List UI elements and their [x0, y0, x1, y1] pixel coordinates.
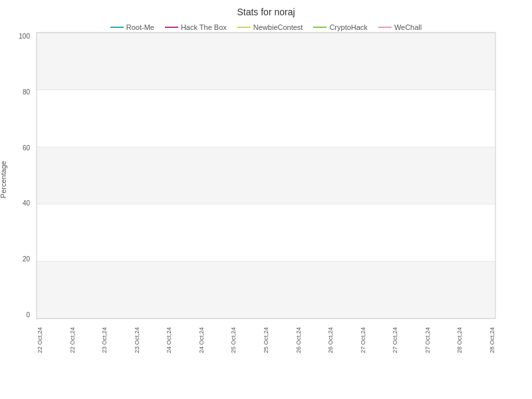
- x-axis-label: 25 Oct,24: [263, 320, 269, 353]
- legend-item: CryptoHack: [313, 23, 367, 31]
- chart-container: Stats for noraj Root-MeHack The BoxNewbi…: [0, 0, 532, 399]
- x-axis-label: 27 Oct,24: [424, 320, 431, 353]
- x-labels: 22 Oct,2422 Oct,2423 Oct,2423 Oct,2424 O…: [37, 320, 495, 353]
- chart-area: Percentage 100806040200 22 Oct,2422 Oct,…: [37, 33, 495, 319]
- svg-rect-1: [37, 90, 495, 147]
- x-axis-label: 26 Oct,24: [327, 320, 334, 353]
- svg-rect-2: [37, 147, 495, 204]
- svg-rect-4: [37, 261, 495, 319]
- x-axis-label: 22 Oct,24: [37, 320, 43, 353]
- y-axis-tick: 100: [7, 33, 30, 40]
- x-axis-label: 27 Oct,24: [360, 320, 366, 353]
- legend-item: NewbieContest: [237, 23, 303, 31]
- legend-item: WeChall: [378, 23, 422, 31]
- svg-rect-0: [37, 33, 495, 90]
- legend: Root-MeHack The BoxNewbieContestCryptoHa…: [0, 21, 532, 33]
- x-axis-label: 27 Oct,24: [392, 320, 398, 353]
- x-axis-label: 28 Oct,24: [489, 320, 495, 353]
- x-axis-label: 23 Oct,24: [134, 320, 140, 353]
- legend-item: Root-Me: [110, 23, 154, 31]
- y-axis-labels: 100806040200: [7, 33, 30, 319]
- y-axis-tick: 0: [7, 311, 30, 319]
- y-axis-tick: 80: [7, 88, 30, 96]
- y-axis-tick: 60: [7, 144, 30, 152]
- chart-inner: [37, 33, 495, 319]
- x-axis-label: 23 Oct,24: [101, 320, 108, 353]
- svg-rect-3: [37, 204, 495, 261]
- x-axis-label: 24 Oct,24: [198, 320, 205, 353]
- x-axis-label: 28 Oct,24: [456, 320, 463, 353]
- x-axis-label: 26 Oct,24: [295, 320, 302, 353]
- x-axis-label: 24 Oct,24: [166, 320, 172, 353]
- chart-svg: [37, 33, 495, 319]
- y-axis-tick: 40: [7, 200, 30, 207]
- x-axis-label: 22 Oct,24: [69, 320, 76, 353]
- legend-item: Hack The Box: [165, 23, 227, 31]
- x-axis-label: 25 Oct,24: [230, 320, 237, 353]
- y-axis-tick: 20: [7, 255, 30, 263]
- chart-title: Stats for noraj: [0, 0, 532, 21]
